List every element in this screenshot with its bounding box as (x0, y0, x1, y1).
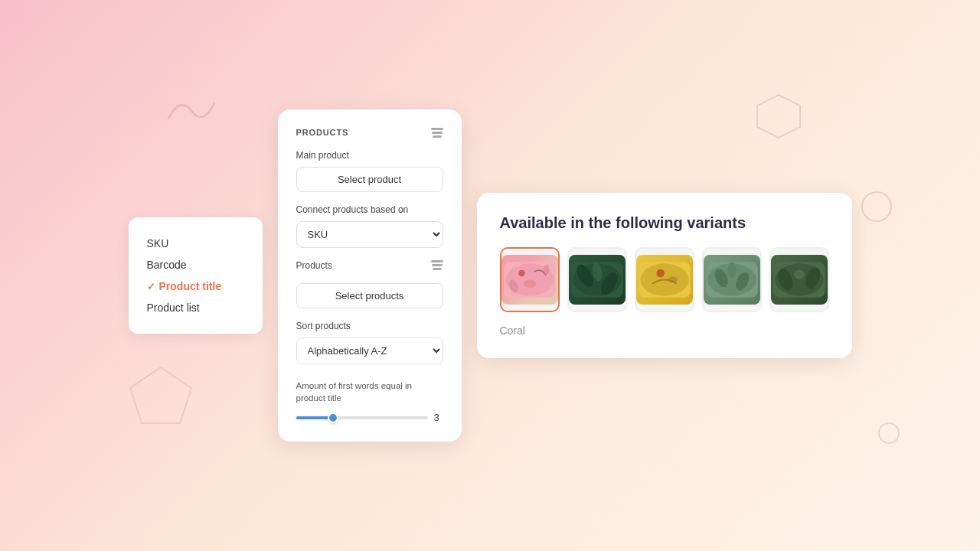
svg-point-15 (656, 269, 665, 278)
svg-point-21 (727, 262, 736, 278)
pillow-darkgreen-svg (569, 255, 626, 305)
svg-point-5 (523, 280, 536, 289)
products-stack-icon (431, 260, 443, 270)
pillow-coral-image (501, 255, 558, 305)
variant-yellow[interactable] (635, 247, 694, 312)
slider-label: Amount of first words equal in product t… (296, 380, 443, 404)
slider-track (296, 416, 428, 419)
variants-grid (500, 247, 829, 312)
sidebar-item-sku[interactable]: SKU (147, 233, 244, 254)
sidebar-list: SKU Barcode Product title Product list (147, 233, 244, 318)
variant-sage[interactable] (702, 247, 762, 312)
pillow-yellow-svg (636, 255, 693, 305)
select-products-button[interactable]: Select products (296, 283, 443, 308)
pillow-yellow-image (636, 255, 693, 305)
sort-select[interactable]: Alphabetically A-Z Alphabetically Z-A Pr… (296, 337, 443, 364)
sidebar-item-product-list[interactable]: Product list (147, 297, 244, 318)
variant-forest[interactable] (769, 247, 829, 312)
main-product-label: Main product (296, 150, 443, 161)
stack-icon (431, 128, 443, 138)
slider-value: 3 (434, 412, 443, 423)
variant-coral[interactable] (500, 247, 560, 312)
pillow-dark-green-image (569, 255, 626, 305)
variant-dark-green[interactable] (567, 247, 627, 312)
products-panel: PRODUCTS Main product Select product Con… (278, 109, 462, 442)
select-product-button[interactable]: Select product (296, 167, 443, 192)
connect-label: Connect products based on (296, 204, 443, 215)
slider-section: Amount of first words equal in product t… (296, 380, 443, 423)
panel-title: PRODUCTS (296, 128, 443, 138)
sidebar-item-product-title[interactable]: Product title (147, 276, 244, 297)
pillow-sage-svg (704, 255, 760, 305)
products-section-row: Products (296, 260, 443, 271)
connect-select[interactable]: SKU Barcode Product title Product list (296, 221, 443, 248)
sidebar-item-barcode[interactable]: Barcode (147, 254, 244, 276)
sidebar-nav: SKU Barcode Product title Product list (129, 217, 263, 334)
selected-variant-label: Coral (500, 324, 829, 337)
main-container: SKU Barcode Product title Product list P… (0, 0, 980, 551)
slider-row: 3 (296, 412, 443, 423)
variants-panel: Available in the following variants (477, 193, 852, 358)
products-label: Products (296, 260, 332, 271)
pillow-forest-image (771, 255, 828, 305)
pillow-sage-image (704, 255, 760, 305)
pillow-forest-svg (771, 255, 828, 305)
variants-title: Available in the following variants (500, 214, 829, 232)
svg-point-4 (518, 270, 524, 276)
pillow-coral-svg (501, 255, 558, 305)
svg-point-16 (668, 276, 678, 282)
slider-thumb (328, 412, 338, 423)
sort-label: Sort products (296, 321, 443, 331)
